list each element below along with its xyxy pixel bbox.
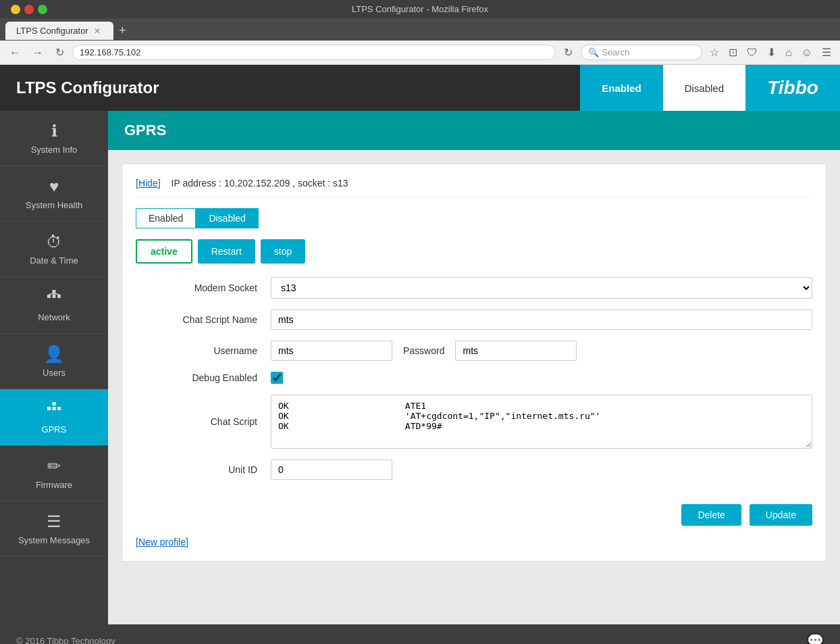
chat-script-row: Chat Script OK ATE1 OK 'AT+cgdcont=1,"IP… [136, 395, 812, 449]
password-input[interactable] [455, 341, 577, 361]
menu-button[interactable]: ☰ [818, 45, 835, 60]
minimize-button[interactable] [11, 5, 20, 14]
url-bar[interactable]: 192.168.75.102 [72, 45, 556, 60]
unit-id-row: Unit ID [136, 460, 812, 480]
svg-rect-10 [53, 402, 56, 405]
card-header: [Hide] IP address : 10.202.152.209 , soc… [136, 178, 812, 197]
svg-line-6 [54, 293, 59, 295]
sidebar-item-system-info[interactable]: ℹ System Info [0, 111, 108, 166]
card-tab-enabled[interactable]: Enabled [136, 208, 196, 228]
firmware-icon: ✏ [47, 457, 61, 476]
active-button[interactable]: active [136, 239, 192, 264]
action-row: Delete Update [136, 493, 812, 526]
shield-button[interactable]: 🛡 [743, 45, 761, 60]
close-button[interactable] [24, 5, 34, 14]
stop-button[interactable]: stop [261, 239, 305, 264]
chat-icon[interactable]: 💬 [807, 633, 824, 644]
card-tab-disabled[interactable]: Disabled [196, 208, 258, 228]
sidebar-item-network[interactable]: Network [0, 277, 108, 334]
reload-button2[interactable]: ↻ [560, 45, 577, 60]
sidebar-item-system-messages[interactable]: ☰ System Messages [0, 501, 108, 557]
sidebar-item-users[interactable]: 👤 Users [0, 334, 108, 389]
copyright-text: © 2016 Tibbo Technology [16, 636, 115, 645]
reader-button[interactable]: ⊡ [725, 45, 741, 60]
tab-label: LTPS Configurator [16, 26, 88, 36]
bookmark-star-button[interactable]: ☆ [706, 45, 723, 60]
sidebar-item-label-system-messages: System Messages [18, 535, 90, 545]
new-tab-button[interactable]: + [113, 21, 132, 41]
chat-script-name-input[interactable] [271, 309, 812, 330]
delete-button[interactable]: Delete [681, 504, 741, 526]
modem-socket-row: Modem Socket s13 [136, 277, 812, 299]
chat-script-name-label: Chat Script Name [136, 314, 271, 325]
system-health-icon: ♥ [49, 177, 59, 196]
username-password-row: Username Password [136, 341, 812, 361]
svg-line-4 [49, 293, 55, 295]
header-tab-enabled[interactable]: Enabled [580, 65, 662, 111]
debug-enabled-label: Debug Enabled [136, 372, 271, 383]
sidebar-item-label-system-info: System Info [31, 145, 78, 155]
page-title: GPRS [124, 122, 824, 139]
update-button[interactable]: Update [750, 504, 812, 526]
sidebar-item-firmware[interactable]: ✏ Firmware [0, 446, 108, 501]
users-icon: 👤 [44, 345, 64, 364]
forward-button[interactable]: → [28, 45, 47, 60]
modem-socket-label: Modem Socket [136, 282, 271, 293]
username-input[interactable] [271, 341, 392, 361]
app-footer: © 2016 Tibbo Technology 💬 [0, 624, 840, 644]
sidebar: ℹ System Info ♥ System Health ⏱ Date & T… [0, 111, 108, 624]
content-area: GPRS [Hide] IP address : 10.202.152.209 … [108, 111, 840, 624]
home-button[interactable]: ⌂ [782, 45, 795, 60]
new-profile-link[interactable]: [New profile] [136, 537, 812, 547]
reload-button[interactable]: ↻ [51, 45, 68, 60]
debug-enabled-checkbox[interactable] [271, 372, 283, 384]
ip-info-text: IP address : 10.202.152.209 , socket : s… [172, 178, 348, 189]
chat-script-label: Chat Script [136, 416, 271, 427]
back-button[interactable]: ← [5, 45, 24, 60]
password-label: Password [403, 345, 444, 356]
sidebar-item-system-health[interactable]: ♥ System Health [0, 166, 108, 222]
svg-rect-0 [47, 295, 51, 298]
url-text: 192.168.75.102 [80, 47, 140, 57]
status-buttons: active Restart stop [136, 239, 812, 264]
browser-tab[interactable]: LTPS Configurator ✕ [5, 22, 113, 40]
chat-script-textarea[interactable]: OK ATE1 OK 'AT+cgdcont=1,"IP","internet.… [271, 395, 812, 449]
network-icon [46, 288, 62, 308]
browser-title: LTPS Configurator - Mozilla Firefox [352, 4, 488, 14]
svg-rect-3 [53, 290, 56, 293]
sidebar-item-date-time[interactable]: ⏱ Date & Time [0, 222, 108, 277]
header-tabs: Enabled Disabled [580, 65, 745, 111]
svg-rect-8 [53, 407, 56, 410]
inline-group: Password [271, 341, 812, 361]
page-header: GPRS [108, 111, 840, 150]
download-button[interactable]: ⬇ [764, 45, 779, 60]
sidebar-item-label-network: Network [38, 312, 70, 322]
main-layout: ℹ System Info ♥ System Health ⏱ Date & T… [0, 111, 840, 624]
svg-rect-7 [47, 407, 51, 410]
app-header: LTPS Configurator Enabled Disabled Tibbo [0, 65, 840, 111]
unit-id-input[interactable] [271, 460, 392, 480]
modem-socket-select[interactable]: s13 [271, 277, 812, 299]
system-messages-icon: ☰ [47, 512, 61, 531]
tab-close-button[interactable]: ✕ [94, 26, 101, 36]
system-info-icon: ℹ [51, 122, 57, 141]
search-bar[interactable]: 🔍 Search [581, 45, 702, 60]
sidebar-item-label-users: Users [43, 368, 65, 378]
svg-rect-1 [53, 295, 56, 298]
hide-link[interactable]: [Hide] [136, 178, 161, 189]
card-tabs: Enabled Disabled [136, 208, 812, 228]
restart-button[interactable]: Restart [198, 239, 255, 264]
search-icon: 🔍 [588, 47, 599, 57]
debug-enabled-row: Debug Enabled [136, 372, 812, 384]
date-time-icon: ⏱ [46, 232, 62, 251]
profile-button[interactable]: ☺ [798, 45, 816, 60]
sidebar-item-label-gprs: GPRS [42, 424, 67, 435]
sidebar-item-gprs[interactable]: GPRS [0, 389, 108, 446]
page-content: [Hide] IP address : 10.202.152.209 , soc… [108, 150, 840, 575]
chat-script-name-row: Chat Script Name [136, 309, 812, 330]
unit-id-label: Unit ID [136, 464, 271, 475]
header-tab-disabled[interactable]: Disabled [663, 65, 745, 111]
svg-rect-2 [57, 295, 61, 298]
username-label: Username [136, 345, 271, 356]
maximize-button[interactable] [38, 5, 47, 14]
